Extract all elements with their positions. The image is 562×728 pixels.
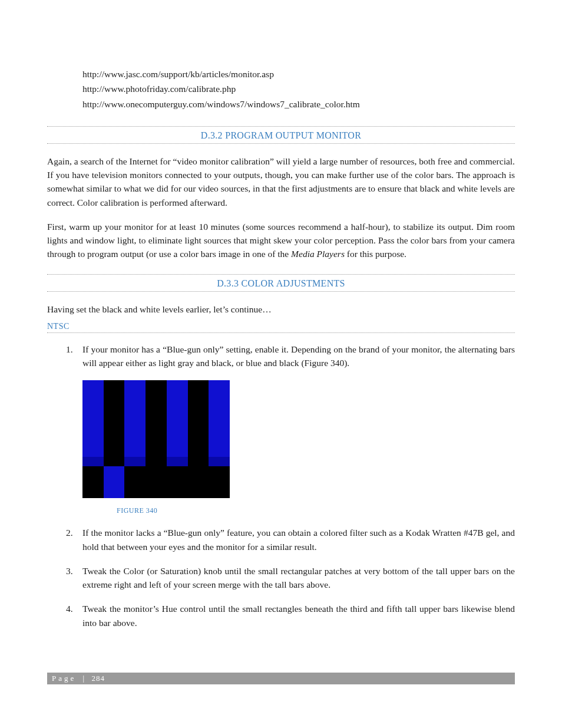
paragraph: Having set the black and white levels ea… <box>47 302 515 316</box>
url-list: http://www.jasc.com/support/kb/articles/… <box>82 67 515 111</box>
figure-colorbars: FIGURE 340 <box>82 380 515 515</box>
paragraph-text: for this purpose. <box>345 249 406 259</box>
url-link: http://www.jasc.com/support/kb/articles/… <box>82 67 515 81</box>
list-item-text: (or <box>144 566 160 576</box>
url-link: http://www.onecomputerguy.com/windows7/w… <box>82 97 515 111</box>
list-item: Tweak the monitor’s Hue control until th… <box>47 602 515 630</box>
footer-separator: | <box>83 674 85 683</box>
list-item-italic: Color <box>123 566 144 576</box>
section-heading-color-adjustments: D.3.3 COLOR ADJUSTMENTS <box>47 274 515 292</box>
numbered-list: If your monitor has a “Blue-gun only” se… <box>47 342 515 370</box>
colorbars-image <box>82 380 230 498</box>
footer-page-number: 284 <box>91 674 105 683</box>
list-item: If the monitor lacks a “Blue-gun only” f… <box>47 526 515 554</box>
list-item-text: Tweak the monitor’s <box>82 604 162 614</box>
list-item-text: Tweak the <box>82 566 123 576</box>
sub-heading-ntsc: NTSC <box>47 322 515 333</box>
list-item-text: If the monitor lacks a “Blue-gun only” f… <box>82 528 515 551</box>
list-item: If your monitor has a “Blue-gun only” se… <box>47 342 515 370</box>
list-item: Tweak the Color (or Saturation) knob unt… <box>47 564 515 592</box>
numbered-list-cont: If the monitor lacks a “Blue-gun only” f… <box>47 526 515 630</box>
figure-caption: FIGURE 340 <box>117 506 515 515</box>
list-item-italic: Saturation <box>160 566 198 576</box>
list-item-text: If your monitor has a “Blue-gun only” se… <box>82 344 515 368</box>
paragraph: Again, a search of the Internet for “vid… <box>47 154 515 209</box>
page-footer: Page | 284 <box>47 673 515 684</box>
paragraph-italic: Media Players <box>291 249 345 259</box>
list-item-italic: Hue <box>162 604 177 614</box>
paragraph-text: First, warm up your monitor for at least… <box>47 222 515 259</box>
url-link: http://www.photofriday.com/calibrate.php <box>82 82 515 95</box>
paragraph: First, warm up your monitor for at least… <box>47 220 515 261</box>
footer-page-label: Page <box>52 674 76 683</box>
section-heading-program-output: D.3.2 PROGRAM OUTPUT MONITOR <box>47 126 515 144</box>
